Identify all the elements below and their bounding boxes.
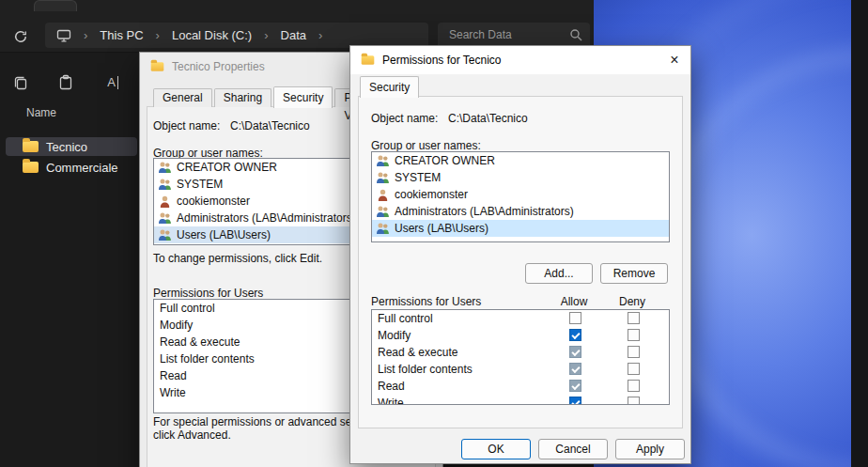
refresh-icon xyxy=(13,29,28,44)
allow-checkbox[interactable] xyxy=(569,312,581,324)
allow-checkbox[interactable] xyxy=(569,363,581,375)
group-list-item[interactable]: cookiemonster xyxy=(372,186,669,203)
copy-icon xyxy=(12,74,29,91)
group-icon xyxy=(376,206,390,218)
monitor-icon xyxy=(56,29,71,42)
breadcrumb: › This PC › Local Disk (C:) › Data › xyxy=(45,23,428,48)
allow-checkbox[interactable] xyxy=(569,329,581,341)
search-input[interactable] xyxy=(447,27,569,42)
name-column-header[interactable]: Name xyxy=(26,106,56,119)
advanced-hint-line1: For special permissions or advanced sett… xyxy=(153,415,381,428)
folder-icon xyxy=(23,141,39,152)
deny-column-header: Deny xyxy=(613,295,651,308)
remove-button[interactable]: Remove xyxy=(600,263,668,284)
folder-icon xyxy=(151,62,164,71)
permission-label: Read xyxy=(160,367,187,384)
refresh-button[interactable] xyxy=(11,27,30,46)
group-icon xyxy=(158,229,172,241)
group-list-item[interactable]: Users (LAB\Users) xyxy=(372,220,669,237)
close-button[interactable]: × xyxy=(662,49,687,71)
group-list: CREATOR OWNER SYSTEM cookiemonster Admin… xyxy=(371,151,670,242)
permission-label: Read xyxy=(378,378,405,395)
edit-hint: To change permissions, click Edit. xyxy=(153,252,322,265)
allow-checkbox[interactable] xyxy=(569,346,581,358)
folder-row-commerciale[interactable]: Commerciale xyxy=(6,158,137,177)
group-icon xyxy=(158,179,172,191)
search-box[interactable] xyxy=(438,23,590,48)
allow-column-header: Allow xyxy=(555,295,593,308)
paste-icon xyxy=(57,74,74,91)
advanced-hint-line2: click Advanced. xyxy=(153,428,231,442)
breadcrumb-item-this-pc[interactable]: This PC xyxy=(100,28,143,42)
group-list-item[interactable]: SYSTEM xyxy=(372,169,669,186)
group-icon xyxy=(376,223,390,235)
permissions-label: Permissions for Users xyxy=(153,287,263,300)
group-icon xyxy=(158,162,172,174)
ok-button[interactable]: OK xyxy=(461,439,531,459)
permission-label: Modify xyxy=(378,327,411,344)
permission-row: Modify xyxy=(372,327,669,344)
group-icon xyxy=(376,172,390,184)
permission-label: Full control xyxy=(160,300,215,317)
tab-security[interactable]: Security xyxy=(360,76,419,98)
deny-checkbox[interactable] xyxy=(628,380,640,392)
group-name: CREATOR OWNER xyxy=(177,161,277,174)
group-list-label: Group or user names: xyxy=(371,139,481,152)
user-icon xyxy=(376,189,390,201)
deny-checkbox[interactable] xyxy=(628,363,640,375)
explorer-tab[interactable] xyxy=(34,0,77,11)
folder-row-tecnico[interactable]: Tecnico xyxy=(6,137,137,156)
desktop: › This PC › Local Disk (C:) › Data › xyxy=(0,0,868,467)
background-window-edge xyxy=(851,0,868,467)
deny-checkbox[interactable] xyxy=(628,397,640,405)
permission-label: List folder contents xyxy=(378,361,473,378)
add-button[interactable]: Add... xyxy=(525,263,593,284)
object-name-value: C:\Data\Tecnico xyxy=(448,112,528,125)
group-name: Administrators (LAB\Administrators) xyxy=(177,211,356,225)
deny-checkbox[interactable] xyxy=(628,329,640,341)
group-name: CREATOR OWNER xyxy=(395,154,495,167)
paste-button[interactable] xyxy=(54,71,77,94)
group-icon xyxy=(158,212,172,225)
permission-label: Write xyxy=(160,384,186,401)
permission-row: List folder contents xyxy=(372,361,669,378)
rename-button[interactable]: A xyxy=(101,71,124,94)
group-list-item[interactable]: Administrators (LAB\Administrators) xyxy=(372,203,669,220)
apply-button[interactable]: Apply xyxy=(615,439,685,459)
group-icon xyxy=(376,155,390,167)
dialog-title: Tecnico Properties xyxy=(172,60,265,73)
allow-checkbox[interactable] xyxy=(569,397,581,405)
copy-button[interactable] xyxy=(9,71,32,94)
permissions-label: Permissions for Users xyxy=(371,295,481,308)
breadcrumb-item-local-disk[interactable]: Local Disk (C:) xyxy=(172,28,252,42)
tab-security[interactable]: Security xyxy=(273,86,333,108)
cancel-button[interactable]: Cancel xyxy=(538,439,608,459)
permission-row: Full control xyxy=(372,310,669,327)
folder-name: Commerciale xyxy=(46,161,118,175)
deny-checkbox[interactable] xyxy=(628,346,640,358)
permission-label: Full control xyxy=(378,310,433,327)
dialog-titlebar[interactable]: Permissions for Tecnico × xyxy=(350,46,690,74)
chevron-right-icon: › xyxy=(264,28,268,42)
object-name-label: Object name: xyxy=(371,112,438,125)
breadcrumb-item-data[interactable]: Data xyxy=(281,28,306,42)
permission-label: Modify xyxy=(160,317,193,334)
user-icon xyxy=(158,195,172,208)
folder-name: Tecnico xyxy=(46,140,87,154)
magnifier-icon xyxy=(569,28,582,41)
permission-row: Read xyxy=(372,378,669,395)
group-list-item[interactable]: CREATOR OWNER xyxy=(372,152,669,169)
group-name: Users (LAB\Users) xyxy=(177,228,271,241)
permission-label: Read & execute xyxy=(378,344,457,361)
group-name: SYSTEM xyxy=(177,178,223,191)
permission-label: Read & execute xyxy=(160,334,240,350)
rename-icon: A xyxy=(107,76,118,89)
deny-checkbox[interactable] xyxy=(628,312,640,324)
chevron-down-icon[interactable]: › xyxy=(318,28,322,42)
tab-general[interactable]: General xyxy=(153,88,212,107)
allow-checkbox[interactable] xyxy=(569,380,581,392)
tab-sharing[interactable]: Sharing xyxy=(214,88,271,107)
folder-icon xyxy=(23,162,39,173)
tab-strip: Security xyxy=(360,76,421,97)
dialog-title: Permissions for Tecnico xyxy=(382,54,502,67)
